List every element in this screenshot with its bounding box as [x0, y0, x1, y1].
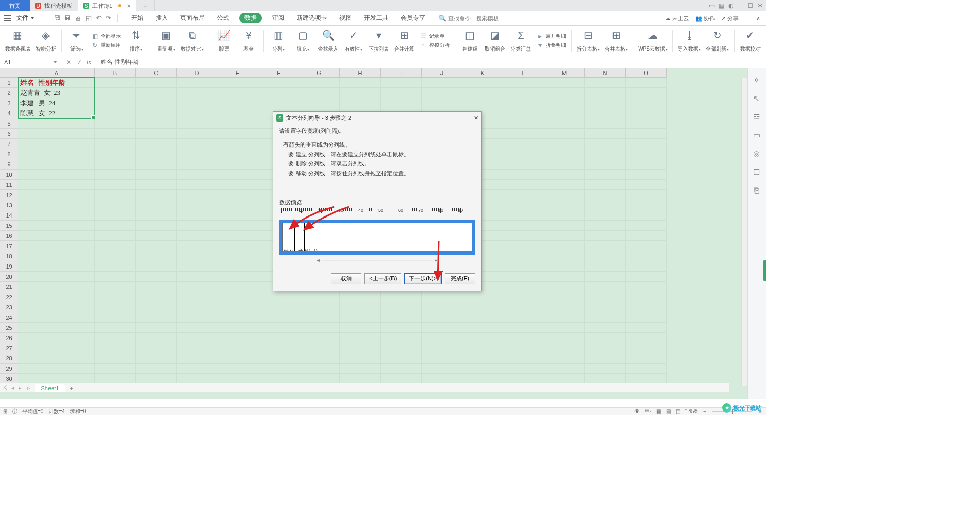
- cell-B29[interactable]: [95, 364, 136, 374]
- sheet-nav-buttons[interactable]: K ◂ ▸ ▹: [3, 384, 32, 391]
- cell-F2[interactable]: [258, 88, 299, 98]
- select-all-corner[interactable]: [0, 68, 18, 78]
- cell-L29[interactable]: [503, 364, 544, 374]
- cell-C4[interactable]: [136, 108, 177, 118]
- cell-K30[interactable]: [462, 374, 503, 384]
- cell-E11[interactable]: [217, 180, 258, 190]
- row-header-10[interactable]: 10: [0, 170, 18, 180]
- cell-L15[interactable]: [503, 221, 544, 231]
- cell-G28[interactable]: [299, 353, 340, 364]
- cell-L7[interactable]: [503, 139, 544, 149]
- cell-N17[interactable]: [585, 241, 626, 251]
- cell-C10[interactable]: [136, 170, 177, 180]
- cell-B27[interactable]: [95, 343, 136, 353]
- cell-A11[interactable]: [18, 180, 95, 190]
- cell-D2[interactable]: [177, 88, 217, 98]
- search-input[interactable]: [448, 15, 509, 21]
- ribbon-pivot[interactable]: ▦数据透视表: [3, 28, 33, 54]
- cell-A28[interactable]: [18, 353, 95, 364]
- ribbon-collapse[interactable]: ▾折叠明细: [536, 42, 566, 49]
- row-header-23[interactable]: 23: [0, 302, 18, 312]
- cell-M27[interactable]: [544, 343, 585, 353]
- cell-L18[interactable]: [503, 251, 544, 261]
- cell-I2[interactable]: [381, 88, 422, 98]
- more-icon[interactable]: ⋯: [745, 15, 750, 22]
- cell-E5[interactable]: [217, 118, 258, 129]
- cell-N14[interactable]: [585, 210, 626, 221]
- cell-F25[interactable]: [258, 323, 299, 333]
- cell-L30[interactable]: [503, 374, 544, 384]
- cell-D9[interactable]: [177, 159, 217, 170]
- cell-C6[interactable]: [136, 129, 177, 139]
- cell-N6[interactable]: [585, 129, 626, 139]
- cell-L14[interactable]: [503, 210, 544, 221]
- cell-M15[interactable]: [544, 221, 585, 231]
- save-icon[interactable]: 🖫: [54, 14, 60, 22]
- cell-C21[interactable]: [136, 282, 177, 292]
- row-header-3[interactable]: 3: [0, 98, 18, 108]
- row-header-14[interactable]: 14: [0, 210, 18, 221]
- menu-tab-member[interactable]: 会员专享: [399, 13, 427, 23]
- row-header-5[interactable]: 5: [0, 118, 18, 129]
- name-box[interactable]: A1: [0, 56, 61, 68]
- cell-N27[interactable]: [585, 343, 626, 353]
- cancel-formula-icon[interactable]: ✕: [66, 59, 71, 66]
- close-window-icon[interactable]: ✕: [757, 2, 763, 9]
- cell-L23[interactable]: [503, 302, 544, 312]
- cell-M23[interactable]: [544, 302, 585, 312]
- cell-H28[interactable]: [340, 353, 381, 364]
- cell-G24[interactable]: [299, 312, 340, 323]
- cell-O18[interactable]: [626, 251, 667, 261]
- cell-O28[interactable]: [626, 353, 667, 364]
- ribbon-simulate[interactable]: ⚛模拟分析: [420, 42, 450, 49]
- cell-B15[interactable]: [95, 221, 136, 231]
- cell-A26[interactable]: [18, 333, 95, 343]
- ribbon-show-all[interactable]: ◧全部显示: [91, 33, 121, 40]
- cell-M10[interactable]: [544, 170, 585, 180]
- row-header-17[interactable]: 17: [0, 241, 18, 251]
- row-header-21[interactable]: 21: [0, 282, 18, 292]
- cell-O22[interactable]: [626, 292, 667, 302]
- cell-B28[interactable]: [95, 353, 136, 364]
- cell-E1[interactable]: [217, 78, 258, 88]
- cell-F27[interactable]: [258, 343, 299, 353]
- cell-O24[interactable]: [626, 312, 667, 323]
- maximize-icon[interactable]: ☐: [748, 2, 753, 9]
- cell-J27[interactable]: [422, 343, 462, 353]
- cell-C16[interactable]: [136, 231, 177, 241]
- menu-tab-dev[interactable]: 开发工具: [362, 13, 390, 23]
- cell-M2[interactable]: [544, 88, 585, 98]
- cell-G30[interactable]: [299, 374, 340, 384]
- cell-K27[interactable]: [462, 343, 503, 353]
- cell-A30[interactable]: [18, 374, 95, 384]
- cell-I22[interactable]: [381, 292, 422, 302]
- cell-A15[interactable]: [18, 221, 95, 231]
- cell-M22[interactable]: [544, 292, 585, 302]
- cell-E15[interactable]: [217, 221, 258, 231]
- cell-H27[interactable]: [340, 343, 381, 353]
- cell-O27[interactable]: [626, 343, 667, 353]
- cell-K29[interactable]: [462, 364, 503, 374]
- cell-O29[interactable]: [626, 364, 667, 374]
- cell-L5[interactable]: [503, 118, 544, 129]
- cell-F22[interactable]: [258, 292, 299, 302]
- row-header-28[interactable]: 28: [0, 353, 18, 364]
- cell-F1[interactable]: [258, 78, 299, 88]
- cell-L25[interactable]: [503, 323, 544, 333]
- cell-E28[interactable]: [217, 353, 258, 364]
- cell-F3[interactable]: [258, 98, 299, 108]
- cell-C9[interactable]: [136, 159, 177, 170]
- cell-N24[interactable]: [585, 312, 626, 323]
- cell-F28[interactable]: [258, 353, 299, 364]
- cell-A8[interactable]: [18, 149, 95, 159]
- cell-M13[interactable]: [544, 200, 585, 210]
- ribbon-fund[interactable]: ¥基金: [237, 28, 260, 54]
- cell-L8[interactable]: [503, 149, 544, 159]
- cell-N26[interactable]: [585, 333, 626, 343]
- cell-D17[interactable]: [177, 241, 217, 251]
- ribbon-splittable[interactable]: ⊟拆分表格▾: [575, 28, 602, 54]
- row-header-1[interactable]: 1: [0, 78, 18, 88]
- row-header-7[interactable]: 7: [0, 139, 18, 149]
- cell-I3[interactable]: [381, 98, 422, 108]
- cell-D28[interactable]: [177, 353, 217, 364]
